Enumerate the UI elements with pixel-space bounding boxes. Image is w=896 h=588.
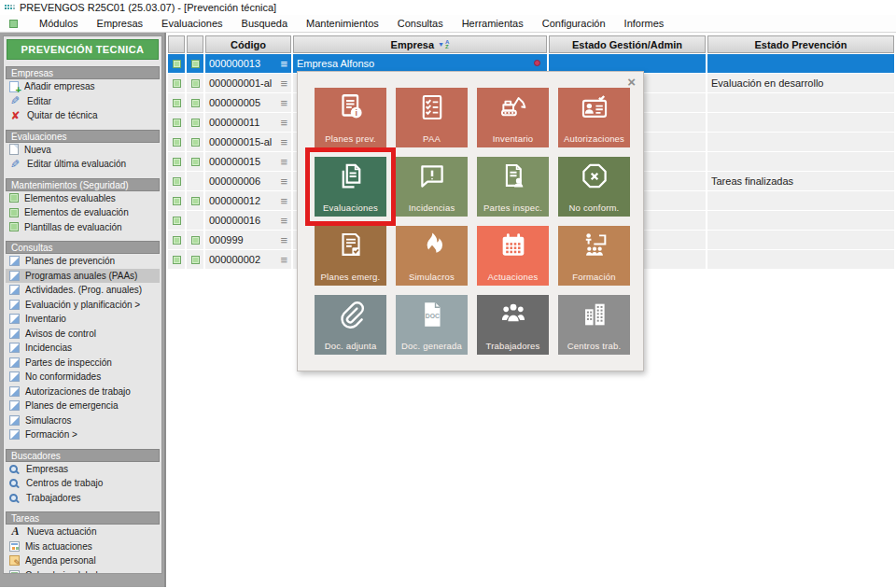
tile-incidencias[interactable]: Incidencias (396, 157, 468, 217)
row-check-icon[interactable] (191, 158, 200, 166)
row-menu-icon[interactable] (280, 215, 287, 227)
tile-doc-generada[interactable]: DOC Doc. generada (396, 295, 468, 355)
col-header-gestion[interactable]: Estado Gestión/Admin (549, 35, 706, 53)
row-menu-icon[interactable] (280, 58, 287, 70)
row-check-icon[interactable] (191, 236, 200, 245)
row-check-icon[interactable] (173, 99, 181, 107)
tile-trabajadores[interactable]: Trabajadores (477, 295, 549, 355)
row-check-icon[interactable] (173, 138, 181, 147)
sidebar-item[interactable]: Añadir empresas (6, 79, 160, 94)
row-menu-icon[interactable] (280, 195, 287, 207)
row-code: 000000016 (209, 215, 260, 226)
tile-planes-prev[interactable]: i Planes prev. (315, 88, 386, 147)
flame-icon (416, 230, 448, 261)
menu-item[interactable]: Informes (615, 16, 674, 31)
report-icon (9, 415, 20, 426)
sidebar-item[interactable]: Nueva actuación (6, 525, 160, 539)
table-row[interactable]: 000000013 Empresa Alfonso (168, 54, 894, 73)
row-check-icon[interactable] (191, 60, 200, 68)
col-header-prevencion[interactable]: Estado Prevención (707, 35, 894, 53)
row-menu-icon[interactable] (280, 97, 287, 109)
edit-icon (9, 158, 21, 170)
row-check-icon[interactable] (191, 79, 200, 88)
row-check-icon[interactable] (173, 217, 181, 225)
tile-centros-trab[interactable]: Centros trab. (558, 295, 630, 355)
row-check-icon[interactable] (173, 119, 181, 127)
close-icon[interactable]: × (627, 75, 636, 89)
tile-autorizaciones[interactable]: Autorizaciones (558, 88, 630, 147)
row-check-icon[interactable] (173, 158, 181, 166)
row-check-icon[interactable] (191, 138, 200, 147)
col-header-codigo[interactable]: Código (205, 35, 291, 53)
row-check-icon[interactable] (191, 256, 200, 264)
sidebar-item[interactable]: Mis actuaciones (6, 539, 160, 554)
tile-no-conform[interactable]: No conform. (558, 157, 630, 217)
sidebar-item[interactable]: Actividades. (Prog. anuales) (6, 283, 160, 298)
sidebar-item[interactable]: Elementos de evaluación (6, 205, 160, 220)
sidebar-item[interactable]: Plantillas de evaluación (6, 220, 160, 235)
tile-simulacros[interactable]: Simulacros (396, 226, 468, 286)
sidebar-item[interactable]: Empresas (6, 462, 160, 477)
col-header-check2[interactable] (187, 35, 203, 53)
sidebar-item[interactable]: Evaluación y planificación > (6, 298, 160, 313)
tile-inventario[interactable]: Inventario (477, 88, 549, 147)
row-menu-icon[interactable] (280, 77, 287, 90)
row-check-icon[interactable] (191, 99, 200, 107)
tile-doc-adjunta[interactable]: Doc. adjunta (315, 295, 386, 355)
row-menu-icon[interactable] (280, 175, 287, 188)
sidebar-item[interactable]: Editar última evaluación (6, 157, 160, 172)
sidebar-item[interactable]: Incidencias (6, 341, 160, 356)
tile-partes-inspec[interactable]: Partes inspec. (477, 157, 549, 217)
menu-item[interactable]: Herramientas (453, 16, 533, 31)
tile-paa[interactable]: PAA (396, 88, 468, 147)
menu-item[interactable]: Configuración (533, 16, 615, 31)
table-header: Código Empresa ▼ AZ Estado Gestión/Admin… (168, 35, 894, 53)
col-header-empresa[interactable]: Empresa ▼ AZ (293, 35, 547, 53)
tile-formacion[interactable]: Formación (558, 226, 630, 286)
sidebar-item-label: Agenda personal (25, 555, 96, 566)
row-menu-icon[interactable] (280, 117, 287, 129)
row-check-icon[interactable] (191, 197, 200, 205)
sidebar-item[interactable]: Partes de inspección (6, 356, 160, 371)
row-check-icon[interactable] (173, 236, 181, 245)
row-menu-icon[interactable] (280, 136, 287, 148)
sidebar-item[interactable]: Trabajadores (6, 491, 160, 506)
row-menu-icon[interactable] (280, 234, 287, 246)
row-check-icon[interactable] (173, 256, 181, 264)
row-check-icon[interactable] (173, 60, 181, 68)
sidebar-item[interactable]: Simulacros (6, 413, 160, 428)
row-check-icon[interactable] (191, 119, 200, 127)
menu-item[interactable]: Busqueda (232, 16, 298, 31)
record-marker-icon (534, 60, 540, 66)
sidebar-item[interactable]: Quitar de técnica (6, 108, 160, 123)
menu-item[interactable]: Consultas (388, 16, 453, 31)
sidebar-item[interactable]: Inventario (6, 312, 160, 327)
col-header-check1[interactable] (168, 35, 185, 53)
row-check-icon[interactable] (173, 79, 181, 88)
tile-planes-emerg[interactable]: Planes emerg. (315, 226, 386, 286)
sidebar-item[interactable]: Programas anuales (PAAs) (6, 269, 160, 284)
sidebar-item[interactable]: Centros de trabajo (6, 476, 160, 491)
tile-actuaciones[interactable]: Actuaciones (477, 226, 549, 286)
row-check-icon[interactable] (173, 177, 181, 186)
menu-item[interactable]: Evaluaciones (152, 16, 231, 31)
menu-item[interactable]: Empresas (88, 16, 153, 31)
row-menu-icon[interactable] (280, 254, 287, 266)
sidebar-item[interactable]: Formación > (6, 427, 160, 442)
sidebar-item[interactable]: No conformidades (6, 370, 160, 385)
sidebar-item[interactable]: Planes de emergencia (6, 399, 160, 413)
row-check-icon[interactable] (173, 197, 181, 205)
sidebar-item[interactable]: Editar (6, 94, 160, 109)
sidebar-item[interactable]: Planes de prevención (6, 254, 160, 269)
sidebar-item[interactable]: Avisos de control (6, 327, 160, 342)
sidebar-item[interactable]: Autorizaciones de trabajo (6, 385, 160, 399)
row-menu-icon[interactable] (280, 156, 287, 168)
sidebar-item[interactable]: Agenda personal (6, 553, 160, 568)
sidebar-item[interactable]: Elementos evaluables (6, 191, 160, 206)
sidebar-item[interactable]: Calendario global (6, 568, 160, 575)
sidebar-item[interactable]: Nueva (6, 143, 160, 158)
menu-item[interactable]: Mantenimientos (297, 16, 388, 31)
tile-evaluaciones[interactable]: Evaluaciones (315, 157, 386, 217)
menu-item[interactable]: Módulos (30, 16, 88, 31)
sidebar-item-label: Quitar de técnica (27, 110, 98, 120)
